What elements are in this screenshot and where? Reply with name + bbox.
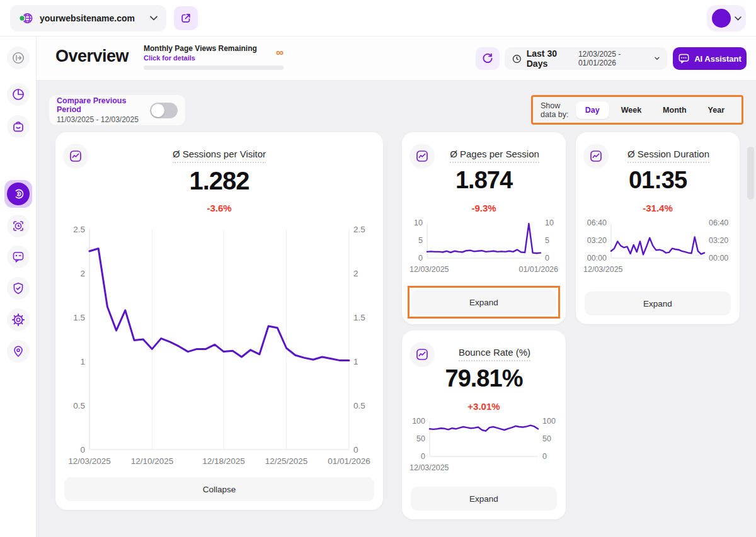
metric-delta: +3.01% [402,400,566,414]
quota-progress-bar [144,65,284,70]
bounce-rate-chart: 00505010010012/03/2025 [408,416,559,477]
open-website-button[interactable] [174,6,198,30]
refresh-button[interactable] [476,47,500,70]
metric-title: Ø Pages per Session [450,149,539,163]
collapse-button[interactable]: Collapse [64,477,374,501]
svg-text:2.5: 2.5 [73,225,85,234]
svg-text:0: 0 [418,254,423,263]
globe-icon [19,11,34,25]
svg-text:12/03/2025: 12/03/2025 [410,463,449,472]
quota-limit-infinity: ∞ [276,47,284,59]
sidebar-item-feedback[interactable] [7,246,30,268]
metric-delta: -31.4% [576,201,740,215]
metric-title: Ø Sessions per Visitor [173,149,266,163]
svg-text:1: 1 [353,357,358,366]
sidebar-item-ecommerce[interactable] [7,115,30,138]
ai-assistant-button[interactable]: AI Assistant [673,47,747,70]
svg-text:12/18/2025: 12/18/2025 [202,456,245,466]
svg-text:00:00: 00:00 [709,254,728,263]
granularity-option-week[interactable]: Week [612,101,651,119]
sidebar-item-statistics-active[interactable] [4,180,32,208]
svg-text:12/03/2025: 12/03/2025 [583,265,623,274]
metric-value: 1.874 [402,166,566,194]
svg-text:12/10/2025: 12/10/2025 [131,456,174,466]
metric-delta: -3.6% [55,201,383,215]
expand-button[interactable]: Expand [411,487,557,511]
date-preset-label: Last 30 Days [527,48,573,69]
svg-text:50: 50 [416,434,425,443]
website-selector[interactable]: yourwebsitename.com [10,5,166,31]
avatar [712,9,731,28]
date-range-picker[interactable]: Last 30 Days 12/03/2025 - 01/01/2026 [505,47,667,70]
show-data-by-control: Show data by: Day Week Month Year [533,97,742,123]
svg-text:100: 100 [412,417,425,426]
svg-text:0.5: 0.5 [73,401,85,410]
clock-icon [512,54,522,64]
session-duration-chart: 00:0000:0003:2003:2006:4006:4012/03/2025 [582,218,733,278]
svg-text:06:40: 06:40 [709,218,728,227]
svg-text:1: 1 [80,357,85,366]
granularity-option-month[interactable]: Month [653,101,696,119]
metric-value: 1.282 [55,166,383,195]
quota-details-link[interactable]: Click for details [144,54,286,62]
card-pages-per-session: Ø Pages per Session 1.874 -9.3% 00551010… [402,132,566,324]
date-range-value: 12/03/2025 - 01/01/2026 [578,50,650,67]
sidebar-item-locations[interactable] [7,340,30,363]
svg-text:10: 10 [545,218,554,227]
sidebar-item-recordings[interactable] [7,215,30,237]
sidebar-item-dashboard[interactable] [7,83,30,106]
page-header: Overview Monthly Page Views Remaining Cl… [37,37,756,81]
expand-button[interactable]: Expand [411,290,556,315]
active-item-background [7,183,30,205]
sessions-per-visitor-chart: 000.50.5111.51.5222.52.512/03/202512/10/… [62,219,377,471]
scrollbar-thumb[interactable] [747,147,754,200]
annotation-box-show-data-by: Show data by: Day Week Month Year [531,95,743,125]
svg-text:2: 2 [353,269,358,278]
pie-chart-icon [11,88,25,101]
sidebar-item-privacy[interactable] [7,277,30,300]
focus-target-icon [11,219,25,233]
pages-per-session-chart: 0055101012/03/202501/01/2026 [408,218,559,278]
svg-text:5: 5 [545,236,549,245]
svg-text:03:20: 03:20 [587,236,607,245]
quota-widget[interactable]: Monthly Page Views Remaining Click for d… [144,44,286,70]
svg-text:12/03/2025: 12/03/2025 [68,456,111,466]
live-radar-icon [12,188,25,200]
svg-text:5: 5 [418,236,423,245]
ai-assistant-label: AI Assistant [694,54,742,64]
granularity-option-year[interactable]: Year [699,101,734,119]
metric-title: Bounce Rate (%) [459,347,530,361]
compare-toggle[interactable] [150,103,178,118]
card-sessions-per-visitor: Ø Sessions per Visitor 1.282 -3.6% 000.5… [55,132,383,510]
svg-text:00:00: 00:00 [587,254,607,263]
compare-label: Compare Previous Period [57,96,144,114]
toggle-knob [151,104,164,117]
top-bar: yourwebsitename.com [0,0,756,37]
sidebar-item-collapse[interactable] [7,47,30,69]
metric-title: Ø Session Duration [627,149,709,163]
account-menu[interactable] [707,5,746,31]
svg-text:10: 10 [414,218,423,227]
svg-text:100: 100 [542,417,556,426]
svg-text:06:40: 06:40 [587,218,607,227]
svg-text:12/03/2025: 12/03/2025 [410,265,449,274]
status-dot-icon [20,16,25,21]
quota-title: Monthly Page Views Remaining [144,44,286,53]
metric-delta: -9.3% [402,201,566,215]
granularity-option-day[interactable]: Day [576,101,609,119]
svg-text:12/25/2025: 12/25/2025 [265,456,308,466]
svg-text:01/01/2026: 01/01/2026 [328,456,370,466]
svg-text:2: 2 [80,269,85,278]
website-name: yourwebsitename.com [40,13,144,23]
card-bounce-rate: Bounce Rate (%) 79.81% +3.01% 0050501001… [402,331,566,519]
svg-text:1.5: 1.5 [73,313,85,322]
svg-text:01/01/2026: 01/01/2026 [518,265,558,274]
chevron-down-icon [150,16,158,21]
sidebar-item-settings[interactable] [7,308,30,331]
compare-previous-period: Compare Previous Period 11/03/2025 - 12/… [49,95,185,125]
ai-chat-icon [678,53,690,64]
sidebar-nav [0,37,37,537]
svg-text:0: 0 [542,452,547,461]
page-title: Overview [55,47,129,66]
expand-button[interactable]: Expand [585,291,731,315]
